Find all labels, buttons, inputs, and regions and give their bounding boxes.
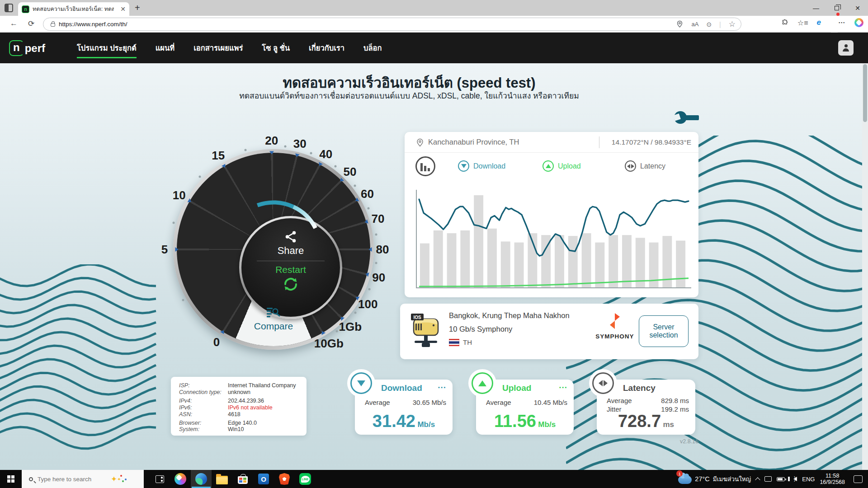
volume-icon[interactable] [793, 477, 797, 481]
compare-icon [266, 307, 281, 319]
clock[interactable]: 11:58 16/9/2568 [820, 473, 845, 485]
display-icon[interactable] [764, 476, 772, 482]
favorite-star-icon[interactable]: ☆ [729, 19, 736, 29]
brave-app[interactable] [274, 470, 295, 488]
minimize-button[interactable]: — [806, 0, 826, 16]
tray-expand-icon[interactable] [755, 477, 760, 482]
gauge-scale-label: 40 [319, 147, 332, 161]
nav-item[interactable]: โซ ลู ชั่น [262, 33, 290, 63]
weather-widget[interactable]: 1 27°C มีเมฆส่วนใหญ่ [678, 474, 751, 484]
system-tray: 1 27°C มีเมฆส่วนใหญ่ ENG 11:58 16/9/2568 [678, 470, 866, 488]
latency-icon [592, 372, 614, 394]
task-view-button[interactable] [149, 470, 170, 488]
lock-icon [51, 23, 55, 27]
more-options-icon[interactable]: ⊙ [706, 21, 712, 28]
upload-icon [542, 160, 554, 172]
tab-close-icon[interactable]: ✕ [120, 5, 126, 13]
legend-latency[interactable]: Latency [625, 160, 665, 172]
gauge-hub-rim: Share Restart [239, 216, 342, 319]
gauge-minor-dot [310, 152, 312, 154]
download-icon [458, 160, 469, 172]
nav-item[interactable]: บล็อก [363, 33, 382, 63]
divider [599, 136, 599, 148]
restart-icon[interactable] [283, 276, 299, 292]
outlook-app[interactable]: O [253, 470, 274, 488]
nav-item[interactable]: แผนที่ [156, 33, 175, 63]
new-tab-button[interactable]: + [135, 3, 140, 13]
average-label: Average [365, 399, 390, 406]
account-button[interactable] [838, 40, 854, 56]
upload-menu[interactable]: ... [559, 380, 567, 390]
server-icon: IOS [410, 313, 442, 351]
download-menu[interactable]: ... [438, 380, 446, 390]
edge-app[interactable] [191, 470, 212, 488]
start-button[interactable] [0, 470, 22, 488]
battery-icon[interactable] [777, 477, 785, 481]
download-title: Download [381, 383, 422, 393]
settings-more-icon[interactable]: ⋯ [838, 19, 846, 27]
notification-center-icon[interactable] [854, 475, 863, 483]
legend-upload[interactable]: Upload [542, 160, 581, 172]
gauge-scale-label: 80 [376, 243, 389, 257]
site-menu: โปรแกรม ประยุกต์แผนที่เอกสารเผยแพร่โซ ลู… [77, 33, 382, 63]
average-label: Average [486, 399, 511, 406]
ie-mode-icon[interactable]: e [817, 18, 821, 27]
compare-button[interactable]: Compare [156, 307, 391, 332]
browser-titlebar: n ทดสอบความเร็วอินเทอร์เน็ต: ทดสอบกา ✕ +… [0, 0, 868, 16]
share-button[interactable]: Share [278, 245, 304, 257]
upload-icon [472, 372, 493, 394]
settings-wrench-icon[interactable] [673, 108, 700, 127]
gauge-tick [369, 247, 372, 252]
server-selection-button[interactable]: Server selection [639, 315, 689, 347]
gauge-scale-label: 90 [372, 271, 385, 285]
translate-icon[interactable]: aA [691, 21, 698, 28]
nav-item[interactable]: โปรแกรม ประยุกต์ [77, 33, 137, 63]
gauge-scale-label: 30 [293, 137, 307, 151]
decorative-waves-left [0, 264, 160, 456]
tab-title: ทดสอบความเร็วอินเทอร์เน็ต: ทดสอบกา [33, 5, 114, 14]
copilot-icon[interactable] [854, 18, 863, 27]
browser-tab[interactable]: n ทดสอบความเร็วอินเทอร์เน็ต: ทดสอบกา ✕ [18, 2, 129, 16]
restart-button[interactable]: Restart [275, 264, 306, 275]
symphony-mark-icon [609, 313, 621, 330]
latency-icon [625, 160, 636, 172]
line-app[interactable]: LINE [295, 470, 316, 488]
extensions-icon[interactable] [781, 19, 789, 27]
gauge-scale-label: 20 [265, 134, 278, 148]
close-button[interactable]: ✕ [847, 0, 868, 16]
speed-chart [410, 188, 693, 295]
nav-item[interactable]: เอกสารเผยแพร่ [193, 33, 243, 63]
nperf-favicon: n [22, 5, 29, 13]
server-line: 10 Gb/s Symphony [449, 325, 570, 333]
location-icon[interactable] [676, 20, 684, 28]
page-scrollbar[interactable] [862, 63, 868, 470]
average-value: 10.45 Mb/s [534, 399, 567, 406]
gauge-scale-label: 0 [213, 335, 220, 349]
store-app[interactable] [232, 470, 253, 488]
nperf-logo[interactable]: nperf [9, 40, 45, 56]
scrollbar-thumb[interactable] [863, 64, 867, 122]
location-row: Kanchanaburi Province, TH 14.17072°N / 9… [405, 132, 698, 153]
copilot-app[interactable] [170, 470, 191, 488]
tab-workspaces-icon[interactable] [5, 4, 13, 12]
url-text[interactable]: https://www.nperf.com/th/ [59, 21, 127, 28]
location-text: Kanchanaburi Province, TH [428, 138, 519, 146]
address-bar[interactable]: https://www.nperf.com/th/ aA ⊙ | ☆ [43, 18, 741, 31]
search-input[interactable] [38, 476, 110, 483]
isp-row: ASN:4618 [179, 411, 298, 418]
file-explorer-app[interactable] [212, 470, 232, 488]
windows-taskbar: ✦✦ O LINE 1 27°C มีเมฆส่วนใหญ่ ENG [0, 470, 868, 488]
nav-item[interactable]: เกี่ยวกับเรา [309, 33, 344, 63]
desktop-screen: n ทดสอบความเร็วอินเทอร์เน็ต: ทดสอบกา ✕ +… [0, 0, 868, 488]
refresh-icon[interactable]: ⟳ [28, 19, 34, 28]
taskbar-search[interactable]: ✦✦ [22, 470, 144, 488]
server-icon-label: IOS [413, 315, 421, 320]
bar-chart-icon[interactable] [415, 156, 435, 176]
legend-download[interactable]: Download [458, 160, 505, 172]
latency-result-card: Latency Average 829.8 ms Jitter 199.2 ms… [597, 380, 695, 435]
back-icon[interactable]: ← [10, 19, 18, 28]
favorites-bar-icon[interactable]: ☆≡ [797, 19, 808, 27]
coordinates-text: 14.17072°N / 98.94933°E [612, 138, 691, 146]
share-icon[interactable] [284, 230, 297, 244]
language-indicator[interactable]: ENG [802, 476, 815, 483]
